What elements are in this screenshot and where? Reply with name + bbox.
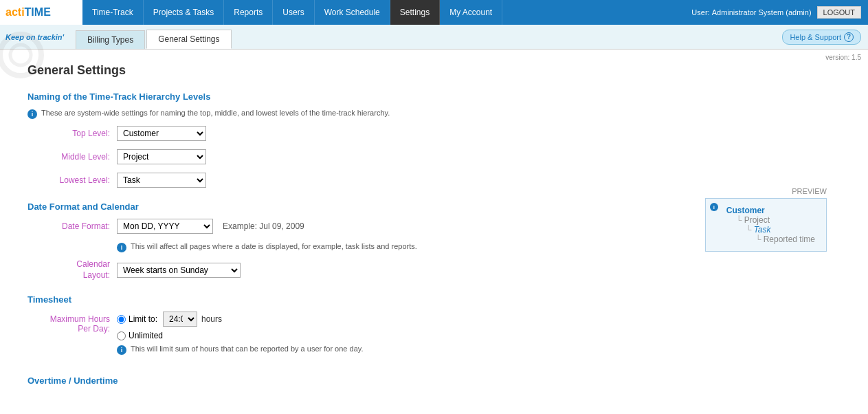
nav-reports[interactable]: Reports: [224, 0, 273, 25]
unlimited-radio-row: Unlimited: [117, 331, 364, 340]
hierarchy-section: Naming of the Time-Track Hierarchy Level…: [27, 91, 841, 188]
lowest-level-label: Lowest Level:: [41, 175, 117, 185]
info-icon-date: i: [117, 243, 126, 252]
user-label: User:: [691, 8, 709, 17]
limit-label: Limit to:: [129, 314, 157, 324]
tab-billing-types[interactable]: Billing Types: [76, 30, 145, 49]
preview-area: PREVIEW i Customer └ Project └ Task └ Re…: [705, 187, 827, 252]
sub-header: Keep on trackin' Billing Types General S…: [0, 25, 868, 50]
nav-settings[interactable]: Settings: [390, 0, 440, 25]
hierarchy-info-text: These are system-wide settings for namin…: [41, 109, 390, 117]
timesheet-heading: Timesheet: [27, 294, 841, 305]
tab-general-settings[interactable]: General Settings: [146, 30, 231, 49]
hours-select[interactable]: 24:00: [163, 312, 197, 327]
hierarchy-info: i These are system-wide settings for nam…: [27, 109, 841, 119]
nav-projects-tasks[interactable]: Projects & Tasks: [144, 0, 224, 25]
timesheet-info-text: This will limit sum of hours that can be…: [131, 345, 364, 353]
preview-task: └ Task: [746, 225, 815, 235]
unlimited-radio[interactable]: [117, 331, 126, 340]
help-support-label: Help & Support: [790, 33, 841, 41]
max-hours-options: Limit to: 24:00 hours Unlimited i This w…: [117, 312, 364, 362]
main-header: actiTIME Time-Track Projects & Tasks Rep…: [0, 0, 868, 25]
middle-level-label: Middle Level:: [41, 152, 117, 162]
nav-my-account[interactable]: My Account: [440, 0, 502, 25]
top-level-select[interactable]: Customer: [117, 126, 206, 141]
date-format-select[interactable]: Mon DD, YYYY: [117, 219, 213, 234]
nav-users[interactable]: Users: [273, 0, 314, 25]
info-icon-hierarchy: i: [27, 109, 37, 119]
unlimited-label: Unlimited: [129, 331, 163, 340]
limit-radio[interactable]: [117, 315, 126, 324]
timesheet-info: i This will limit sum of hours that can …: [117, 345, 364, 355]
question-icon: ?: [844, 32, 854, 42]
user-name: Administrator System (admin): [712, 8, 812, 17]
lowest-level-row: Lowest Level: Task: [41, 173, 841, 188]
date-format-label: Date Format:: [41, 221, 117, 231]
overtime-section: Overtime / Undertime: [27, 375, 841, 386]
preview-label: PREVIEW: [705, 187, 827, 195]
preview-reported-time: └ Reported time: [755, 235, 815, 244]
preview-box: i Customer └ Project └ Task └ Reported t…: [705, 198, 827, 252]
preview-customer: Customer: [726, 206, 815, 215]
calendar-layout-row: CalendarLayout: Week starts on Sunday: [41, 259, 841, 281]
max-hours-label: Maximum Hours Per Day:: [41, 312, 117, 334]
calendar-layout-select[interactable]: Week starts on Sunday: [117, 263, 241, 278]
tagline: Keep on trackin': [5, 33, 64, 41]
overtime-heading: Overtime / Undertime: [27, 375, 841, 386]
logout-button[interactable]: LOGOUT: [817, 6, 861, 19]
calendar-label: CalendarLayout:: [41, 259, 117, 281]
help-support-button[interactable]: Help & Support ?: [782, 30, 861, 45]
main-content: General Settings Naming of the Time-Trac…: [0, 50, 868, 413]
nav-work-schedule[interactable]: Work Schedule: [315, 0, 390, 25]
lowest-level-select[interactable]: Task: [117, 173, 206, 188]
max-hours-row: Maximum Hours Per Day: Limit to: 24:00 h…: [41, 312, 841, 362]
nav-time-track[interactable]: Time-Track: [82, 0, 144, 25]
user-area: User: Administrator System (admin) LOGOU…: [685, 0, 868, 25]
middle-level-select[interactable]: Project: [117, 149, 206, 164]
middle-level-row: Middle Level: Project: [41, 149, 841, 164]
top-level-label: Top Level:: [41, 129, 117, 138]
preview-project: └ Project: [736, 215, 815, 225]
logo: actiTIME: [5, 6, 51, 19]
date-example: Example: Jul 09, 2009: [223, 221, 304, 231]
info-icon-preview: i: [710, 203, 718, 211]
page-title: General Settings: [27, 63, 841, 78]
timesheet-section: Timesheet Maximum Hours Per Day: Limit t…: [27, 294, 841, 362]
date-info-text: This will affect all pages where a date …: [131, 242, 417, 250]
top-level-row: Top Level: Customer: [41, 126, 841, 141]
hours-unit: hours: [201, 314, 222, 324]
limit-radio-row: Limit to: 24:00 hours: [117, 312, 364, 327]
main-nav: Time-Track Projects & Tasks Reports User…: [82, 0, 685, 25]
info-icon-timesheet: i: [117, 345, 126, 355]
hierarchy-heading: Naming of the Time-Track Hierarchy Level…: [27, 91, 841, 102]
